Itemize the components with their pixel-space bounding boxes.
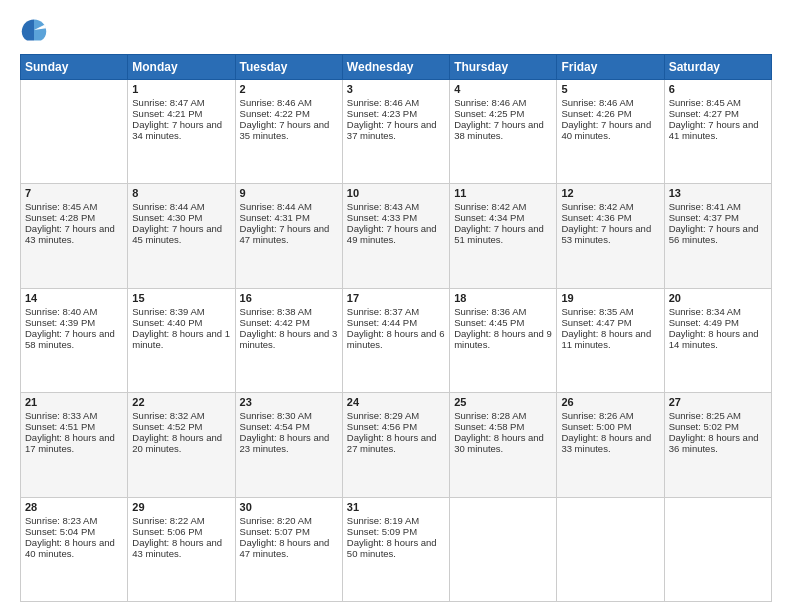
table-row: 16 Sunrise: 8:38 AM Sunset: 4:42 PM Dayl…: [235, 288, 342, 392]
daylight: Daylight: 7 hours and 45 minutes.: [132, 223, 222, 245]
page: Sunday Monday Tuesday Wednesday Thursday…: [0, 0, 792, 612]
sunrise: Sunrise: 8:46 AM: [347, 97, 419, 108]
day-number: 12: [561, 187, 659, 199]
sunset: Sunset: 5:07 PM: [240, 526, 310, 537]
sunrise: Sunrise: 8:38 AM: [240, 306, 312, 317]
daylight: Daylight: 7 hours and 56 minutes.: [669, 223, 759, 245]
day-number: 5: [561, 83, 659, 95]
sunrise: Sunrise: 8:30 AM: [240, 410, 312, 421]
sunset: Sunset: 4:21 PM: [132, 108, 202, 119]
table-row: 25 Sunrise: 8:28 AM Sunset: 4:58 PM Dayl…: [450, 393, 557, 497]
sunrise: Sunrise: 8:40 AM: [25, 306, 97, 317]
sunrise: Sunrise: 8:25 AM: [669, 410, 741, 421]
sunrise: Sunrise: 8:42 AM: [454, 201, 526, 212]
table-row: 4 Sunrise: 8:46 AM Sunset: 4:25 PM Dayli…: [450, 80, 557, 184]
day-number: 14: [25, 292, 123, 304]
sunset: Sunset: 4:42 PM: [240, 317, 310, 328]
table-row: 15 Sunrise: 8:39 AM Sunset: 4:40 PM Dayl…: [128, 288, 235, 392]
table-row: 20 Sunrise: 8:34 AM Sunset: 4:49 PM Dayl…: [664, 288, 771, 392]
day-number: 31: [347, 501, 445, 513]
daylight: Daylight: 8 hours and 6 minutes.: [347, 328, 445, 350]
sunrise: Sunrise: 8:46 AM: [454, 97, 526, 108]
day-number: 18: [454, 292, 552, 304]
col-saturday: Saturday: [664, 55, 771, 80]
sunrise: Sunrise: 8:35 AM: [561, 306, 633, 317]
sunset: Sunset: 4:39 PM: [25, 317, 95, 328]
calendar-week-row: 21 Sunrise: 8:33 AM Sunset: 4:51 PM Dayl…: [21, 393, 772, 497]
sunrise: Sunrise: 8:47 AM: [132, 97, 204, 108]
sunrise: Sunrise: 8:34 AM: [669, 306, 741, 317]
sunrise: Sunrise: 8:44 AM: [132, 201, 204, 212]
table-row: 29 Sunrise: 8:22 AM Sunset: 5:06 PM Dayl…: [128, 497, 235, 601]
table-row: 30 Sunrise: 8:20 AM Sunset: 5:07 PM Dayl…: [235, 497, 342, 601]
day-number: 27: [669, 396, 767, 408]
sunset: Sunset: 4:28 PM: [25, 212, 95, 223]
table-row: 19 Sunrise: 8:35 AM Sunset: 4:47 PM Dayl…: [557, 288, 664, 392]
day-number: 7: [25, 187, 123, 199]
calendar-week-row: 28 Sunrise: 8:23 AM Sunset: 5:04 PM Dayl…: [21, 497, 772, 601]
day-number: 2: [240, 83, 338, 95]
table-row: 12 Sunrise: 8:42 AM Sunset: 4:36 PM Dayl…: [557, 184, 664, 288]
table-row: [664, 497, 771, 601]
day-number: 30: [240, 501, 338, 513]
sunrise: Sunrise: 8:19 AM: [347, 515, 419, 526]
daylight: Daylight: 8 hours and 11 minutes.: [561, 328, 651, 350]
sunrise: Sunrise: 8:44 AM: [240, 201, 312, 212]
sunrise: Sunrise: 8:20 AM: [240, 515, 312, 526]
day-number: 11: [454, 187, 552, 199]
day-number: 17: [347, 292, 445, 304]
sunrise: Sunrise: 8:45 AM: [669, 97, 741, 108]
sunset: Sunset: 4:58 PM: [454, 421, 524, 432]
sunset: Sunset: 4:52 PM: [132, 421, 202, 432]
sunset: Sunset: 4:49 PM: [669, 317, 739, 328]
sunset: Sunset: 4:26 PM: [561, 108, 631, 119]
sunrise: Sunrise: 8:39 AM: [132, 306, 204, 317]
daylight: Daylight: 8 hours and 17 minutes.: [25, 432, 115, 454]
sunrise: Sunrise: 8:36 AM: [454, 306, 526, 317]
daylight: Daylight: 7 hours and 34 minutes.: [132, 119, 222, 141]
table-row: 21 Sunrise: 8:33 AM Sunset: 4:51 PM Dayl…: [21, 393, 128, 497]
day-number: 28: [25, 501, 123, 513]
calendar-table: Sunday Monday Tuesday Wednesday Thursday…: [20, 54, 772, 602]
day-number: 3: [347, 83, 445, 95]
daylight: Daylight: 7 hours and 58 minutes.: [25, 328, 115, 350]
table-row: 5 Sunrise: 8:46 AM Sunset: 4:26 PM Dayli…: [557, 80, 664, 184]
sunset: Sunset: 5:06 PM: [132, 526, 202, 537]
table-row: 10 Sunrise: 8:43 AM Sunset: 4:33 PM Dayl…: [342, 184, 449, 288]
daylight: Daylight: 7 hours and 51 minutes.: [454, 223, 544, 245]
daylight: Daylight: 8 hours and 20 minutes.: [132, 432, 222, 454]
daylight: Daylight: 8 hours and 36 minutes.: [669, 432, 759, 454]
sunset: Sunset: 4:27 PM: [669, 108, 739, 119]
table-row: 23 Sunrise: 8:30 AM Sunset: 4:54 PM Dayl…: [235, 393, 342, 497]
sunrise: Sunrise: 8:23 AM: [25, 515, 97, 526]
daylight: Daylight: 7 hours and 41 minutes.: [669, 119, 759, 141]
daylight: Daylight: 8 hours and 3 minutes.: [240, 328, 338, 350]
col-tuesday: Tuesday: [235, 55, 342, 80]
sunset: Sunset: 4:45 PM: [454, 317, 524, 328]
daylight: Daylight: 7 hours and 38 minutes.: [454, 119, 544, 141]
table-row: 2 Sunrise: 8:46 AM Sunset: 4:22 PM Dayli…: [235, 80, 342, 184]
sunrise: Sunrise: 8:28 AM: [454, 410, 526, 421]
table-row: 9 Sunrise: 8:44 AM Sunset: 4:31 PM Dayli…: [235, 184, 342, 288]
sunset: Sunset: 4:22 PM: [240, 108, 310, 119]
day-number: 16: [240, 292, 338, 304]
day-number: 21: [25, 396, 123, 408]
table-row: 24 Sunrise: 8:29 AM Sunset: 4:56 PM Dayl…: [342, 393, 449, 497]
sunrise: Sunrise: 8:37 AM: [347, 306, 419, 317]
col-wednesday: Wednesday: [342, 55, 449, 80]
table-row: 27 Sunrise: 8:25 AM Sunset: 5:02 PM Dayl…: [664, 393, 771, 497]
day-number: 24: [347, 396, 445, 408]
daylight: Daylight: 8 hours and 23 minutes.: [240, 432, 330, 454]
day-number: 22: [132, 396, 230, 408]
sunset: Sunset: 4:37 PM: [669, 212, 739, 223]
day-number: 20: [669, 292, 767, 304]
sunrise: Sunrise: 8:32 AM: [132, 410, 204, 421]
table-row: [450, 497, 557, 601]
daylight: Daylight: 7 hours and 47 minutes.: [240, 223, 330, 245]
day-number: 25: [454, 396, 552, 408]
sunset: Sunset: 4:34 PM: [454, 212, 524, 223]
day-number: 26: [561, 396, 659, 408]
sunset: Sunset: 4:40 PM: [132, 317, 202, 328]
sunset: Sunset: 4:56 PM: [347, 421, 417, 432]
daylight: Daylight: 8 hours and 33 minutes.: [561, 432, 651, 454]
